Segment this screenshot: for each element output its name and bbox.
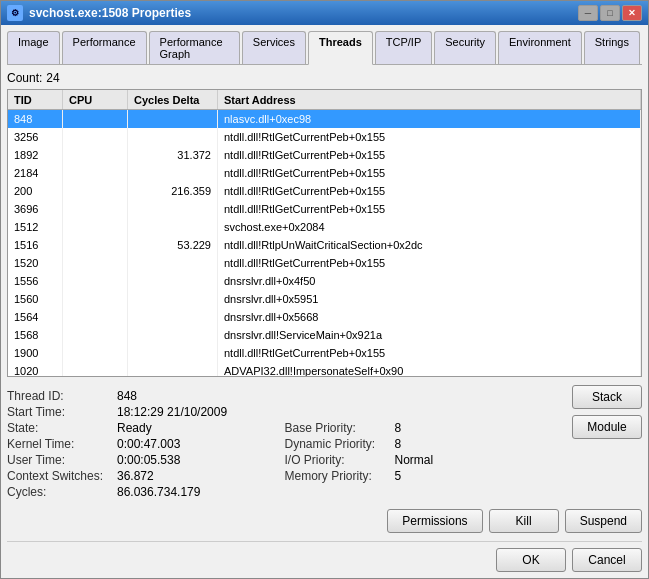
tab-threads[interactable]: Threads [308, 31, 373, 65]
module-button[interactable]: Module [572, 415, 642, 439]
table-row[interactable]: 1020 ADVAPI32.dll!ImpersonateSelf+0x90 [8, 362, 641, 376]
td-cpu [63, 272, 128, 290]
content-area: Image Performance Performance Graph Serv… [1, 25, 648, 578]
td-cycles [128, 254, 218, 272]
td-cycles [128, 272, 218, 290]
td-cpu [63, 326, 128, 344]
state-value: Ready [117, 421, 152, 435]
td-cycles [128, 164, 218, 182]
ok-button[interactable]: OK [496, 548, 566, 572]
suspend-button[interactable]: Suspend [565, 509, 642, 533]
window-icon: ⚙ [7, 5, 23, 21]
base-priority-label: Base Priority: [285, 421, 395, 435]
tab-bar: Image Performance Performance Graph Serv… [7, 31, 642, 65]
td-tid: 1568 [8, 326, 63, 344]
kill-button[interactable]: Kill [489, 509, 559, 533]
table-row[interactable]: 1516 53.229 ntdll.dll!RtlpUnWaitCritical… [8, 236, 641, 254]
td-cpu [63, 362, 128, 376]
td-cycles [128, 128, 218, 146]
td-cycles: 31.372 [128, 146, 218, 164]
count-value: 24 [46, 71, 59, 85]
col-header-addr: Start Address [218, 90, 641, 109]
td-cpu [63, 344, 128, 362]
td-cycles [128, 326, 218, 344]
tab-environment[interactable]: Environment [498, 31, 582, 64]
td-tid: 848 [8, 110, 63, 128]
table-row[interactable]: 1512 svchost.exe+0x2084 [8, 218, 641, 236]
start-time-value: 18:12:29 21/10/2009 [117, 405, 227, 419]
stack-button[interactable]: Stack [572, 385, 642, 409]
table-row[interactable]: 1568 dnsrslvr.dll!ServiceMain+0x921a [8, 326, 641, 344]
td-cpu [63, 200, 128, 218]
col-header-tid: TID [8, 90, 63, 109]
td-cpu [63, 290, 128, 308]
td-addr: dnsrslvr.dll+0x5668 [218, 308, 641, 326]
dynamic-priority-value: 8 [395, 437, 402, 451]
maximize-button[interactable]: □ [600, 5, 620, 21]
td-tid: 1900 [8, 344, 63, 362]
td-cycles: 53.229 [128, 236, 218, 254]
tab-tcpip[interactable]: TCP/IP [375, 31, 432, 64]
td-addr: svchost.exe+0x2084 [218, 218, 641, 236]
table-row[interactable]: 3696 ntdll.dll!RtlGetCurrentPeb+0x155 [8, 200, 641, 218]
details-section: Thread ID: 848 Start Time: 18:12:29 21/1… [7, 389, 562, 501]
table-row[interactable]: 1556 dnsrslvr.dll+0x4f50 [8, 272, 641, 290]
table-body[interactable]: 848 nlasvc.dll+0xec98 3256 ntdll.dll!Rtl… [8, 110, 641, 376]
memory-priority-label: Memory Priority: [285, 469, 395, 483]
td-cycles [128, 200, 218, 218]
tab-strings[interactable]: Strings [584, 31, 640, 64]
thread-id-label: Thread ID: [7, 389, 117, 403]
td-addr: ntdll.dll!RtlGetCurrentPeb+0x155 [218, 146, 641, 164]
io-priority-value: Normal [395, 453, 434, 467]
main-window: ⚙ svchost.exe:1508 Properties ─ □ ✕ Imag… [0, 0, 649, 579]
permissions-button[interactable]: Permissions [387, 509, 482, 533]
td-addr: ADVAPI32.dll!ImpersonateSelf+0x90 [218, 362, 641, 376]
td-tid: 1564 [8, 308, 63, 326]
table-row[interactable]: 1900 ntdll.dll!RtlGetCurrentPeb+0x155 [8, 344, 641, 362]
table-row[interactable]: 2184 ntdll.dll!RtlGetCurrentPeb+0x155 [8, 164, 641, 182]
td-addr: ntdll.dll!RtlGetCurrentPeb+0x155 [218, 200, 641, 218]
tab-performance-graph[interactable]: Performance Graph [149, 31, 240, 64]
minimize-button[interactable]: ─ [578, 5, 598, 21]
td-cpu [63, 164, 128, 182]
td-addr: dnsrslvr.dll+0x4f50 [218, 272, 641, 290]
tab-performance[interactable]: Performance [62, 31, 147, 64]
td-tid: 1020 [8, 362, 63, 376]
tab-services[interactable]: Services [242, 31, 306, 64]
table-row[interactable]: 1520 ntdll.dll!RtlGetCurrentPeb+0x155 [8, 254, 641, 272]
thread-id-value: 848 [117, 389, 137, 403]
td-tid: 1560 [8, 290, 63, 308]
td-addr: ntdll.dll!RtlGetCurrentPeb+0x155 [218, 128, 641, 146]
table-row[interactable]: 200 216.359 ntdll.dll!RtlGetCurrentPeb+0… [8, 182, 641, 200]
kernel-time-value: 0:00:47.003 [117, 437, 180, 451]
table-row[interactable]: 848 nlasvc.dll+0xec98 [8, 110, 641, 128]
table-row[interactable]: 1892 31.372 ntdll.dll!RtlGetCurrentPeb+0… [8, 146, 641, 164]
td-cycles [128, 344, 218, 362]
tab-security[interactable]: Security [434, 31, 496, 64]
dialog-buttons: OK Cancel [7, 541, 642, 572]
tab-image[interactable]: Image [7, 31, 60, 64]
td-tid: 1556 [8, 272, 63, 290]
count-label: Count: [7, 71, 42, 85]
td-cycles [128, 362, 218, 376]
td-cycles [128, 308, 218, 326]
td-cpu [63, 218, 128, 236]
table-row[interactable]: 3256 ntdll.dll!RtlGetCurrentPeb+0x155 [8, 128, 641, 146]
close-button[interactable]: ✕ [622, 5, 642, 21]
cancel-button[interactable]: Cancel [572, 548, 642, 572]
start-time-label: Start Time: [7, 405, 117, 419]
td-tid: 1520 [8, 254, 63, 272]
td-cycles [128, 290, 218, 308]
td-cycles [128, 110, 218, 128]
context-switches-value: 36.872 [117, 469, 154, 483]
td-tid: 200 [8, 182, 63, 200]
dynamic-priority-label: Dynamic Priority: [285, 437, 395, 451]
table-row[interactable]: 1560 dnsrslvr.dll+0x5951 [8, 290, 641, 308]
kernel-time-label: Kernel Time: [7, 437, 117, 451]
td-cycles: 216.359 [128, 182, 218, 200]
io-priority-label: I/O Priority: [285, 453, 395, 467]
table-row[interactable]: 1564 dnsrslvr.dll+0x5668 [8, 308, 641, 326]
count-row: Count: 24 [7, 71, 642, 85]
td-tid: 1516 [8, 236, 63, 254]
table-header: TID CPU Cycles Delta Start Address [8, 90, 641, 110]
